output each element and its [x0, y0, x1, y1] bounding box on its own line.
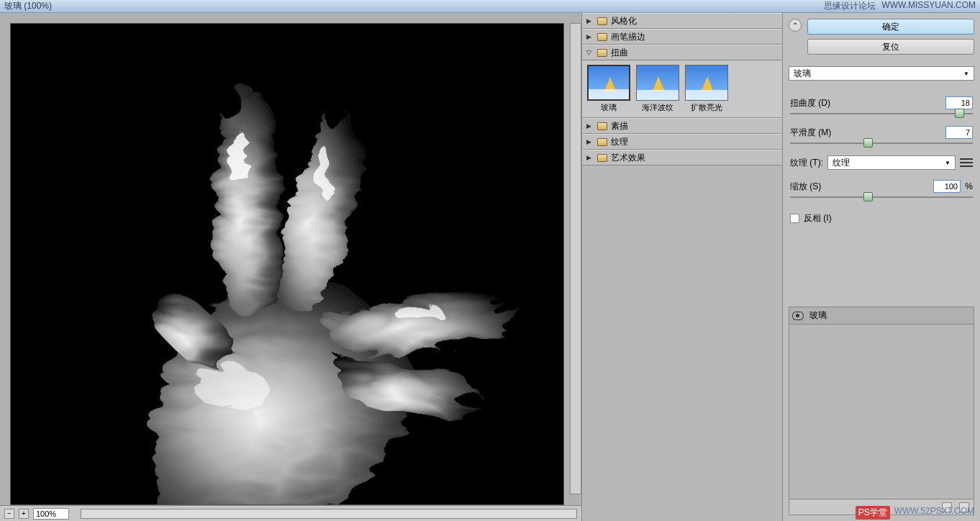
collapse-panel-button[interactable]: ⌃: [789, 19, 802, 32]
effect-layers-panel: 玻璃: [789, 307, 974, 515]
top-button-row: ⌃ 确定 复位: [789, 19, 974, 55]
expand-arrow-icon: ▶: [586, 122, 594, 130]
distortion-slider[interactable]: [790, 112, 973, 116]
slider-thumb[interactable]: [863, 138, 873, 148]
distort-filters-grid: 玻璃 海洋波纹 扩散亮光: [582, 60, 782, 118]
thumb-image: [636, 65, 679, 101]
forum-url: WWW.MISSYUAN.COM: [881, 0, 976, 12]
tree-label: 扭曲: [611, 47, 628, 59]
preview-canvas[interactable]: [10, 23, 564, 505]
thumb-label: 玻璃: [601, 102, 617, 113]
svg-point-6: [488, 295, 517, 312]
filter-select[interactable]: 玻璃: [789, 66, 974, 81]
titlebar: 玻璃 (100%) 思缘设计论坛 WWW.MISSYUAN.COM: [0, 0, 980, 13]
scaling-slider[interactable]: [790, 195, 973, 199]
texture-select[interactable]: 纹理: [827, 155, 956, 170]
scaling-value[interactable]: [933, 180, 961, 193]
expand-arrow-icon: ▶: [586, 138, 594, 145]
scaling-label: 缩放 (S): [790, 181, 821, 193]
forum-name: 思缘设计论坛: [824, 0, 876, 12]
params-panel: 扭曲度 (D) 平滑度 (M): [789, 91, 974, 301]
svg-point-2: [388, 300, 438, 314]
svg-point-1: [312, 142, 327, 193]
expand-arrow-icon: ▶: [586, 17, 594, 24]
zoom-out-button[interactable]: −: [4, 509, 14, 519]
distortion-label: 扭曲度 (D): [790, 97, 830, 109]
visibility-eye-icon[interactable]: [792, 312, 804, 320]
thumb-label: 扩散亮光: [691, 102, 722, 113]
slider-thumb[interactable]: [955, 109, 964, 118]
thumb-image: [685, 65, 728, 101]
folder-icon: [597, 33, 607, 41]
smoothness-slider[interactable]: [790, 141, 973, 145]
reset-label: 复位: [882, 41, 899, 53]
reset-button[interactable]: 复位: [807, 39, 974, 55]
layers-body: [789, 325, 974, 499]
svg-point-7: [453, 389, 479, 404]
texture-label: 纹理 (T):: [790, 157, 823, 169]
tree-label: 纹理: [611, 136, 628, 148]
param-invert: 反相 (I): [790, 212, 973, 225]
texture-menu-icon[interactable]: [960, 158, 973, 167]
zoom-field[interactable]: [33, 508, 69, 520]
filter-select-value: 玻璃: [794, 68, 811, 80]
tree-label: 艺术效果: [611, 152, 645, 164]
preview-hscroll[interactable]: [81, 509, 577, 519]
thumb-image: [587, 65, 630, 101]
invert-checkbox[interactable]: [790, 214, 799, 223]
branding: 思缘设计论坛 WWW.MISSYUAN.COM: [824, 0, 976, 12]
collapse-arrow-icon: ▽: [586, 49, 594, 56]
folder-icon: [597, 122, 607, 130]
svg-point-0: [224, 124, 242, 182]
watermark: PS学堂 WWW.52PSXT.COM: [856, 506, 974, 520]
tree-item-texture[interactable]: ▶ 纹理: [582, 134, 782, 150]
tree-item-sketch[interactable]: ▶ 素描: [582, 118, 782, 134]
invert-label: 反相 (I): [804, 212, 832, 225]
distortion-value[interactable]: [945, 96, 973, 109]
folder-icon: [597, 17, 607, 25]
preview-image: [11, 24, 563, 504]
slider-thumb[interactable]: [863, 192, 873, 201]
svg-point-3: [190, 361, 262, 404]
svg-point-5: [321, 94, 340, 126]
preview-column: − +: [0, 13, 581, 521]
expand-arrow-icon: ▶: [586, 154, 594, 161]
scaling-unit: %: [965, 181, 973, 191]
filter-tree-column: ▶ 风格化 ▶ 画笔描边 ▽ 扭曲 玻璃: [581, 13, 783, 521]
texture-value: 纹理: [832, 157, 850, 169]
preview-bottom-bar: − +: [0, 505, 581, 521]
tree-label: 画笔描边: [611, 31, 645, 43]
window-title: 玻璃 (100%): [4, 0, 52, 12]
param-smoothness: 平滑度 (M): [790, 126, 973, 145]
filter-thumb-glass[interactable]: 玻璃: [586, 65, 631, 113]
tree-item-brushstrokes[interactable]: ▶ 画笔描边: [582, 29, 782, 45]
tree-label: 风格化: [611, 15, 637, 27]
smoothness-value[interactable]: [945, 126, 973, 139]
main-area: − + ▶ 风格化 ▶ 画笔描边 ▽: [0, 13, 980, 521]
folder-icon: [597, 49, 607, 57]
zoom-in-button[interactable]: +: [19, 509, 29, 519]
preview-vscroll[interactable]: [570, 23, 581, 494]
tree-item-distort[interactable]: ▽ 扭曲: [582, 45, 782, 60]
smoothness-label: 平滑度 (M): [790, 127, 831, 139]
options-column: ⌃ 确定 复位 玻璃 扭曲度 (D): [783, 13, 980, 521]
param-texture: 纹理 (T): 纹理: [790, 155, 973, 170]
param-scaling: 缩放 (S) %: [790, 180, 973, 199]
tree-item-stylize[interactable]: ▶ 风格化: [582, 13, 782, 29]
filter-gallery-window: 玻璃 (100%) 思缘设计论坛 WWW.MISSYUAN.COM: [0, 0, 980, 521]
ok-label: 确定: [882, 21, 899, 33]
watermark-badge: PS学堂: [856, 506, 890, 520]
folder-icon: [597, 138, 607, 146]
tree-label: 素描: [611, 120, 628, 132]
svg-point-4: [216, 81, 236, 117]
ok-button[interactable]: 确定: [807, 19, 974, 35]
tree-item-artistic[interactable]: ▶ 艺术效果: [582, 150, 782, 166]
folder-icon: [597, 154, 607, 162]
canvas-wrap: [0, 13, 581, 505]
layer-row[interactable]: 玻璃: [789, 307, 974, 325]
expand-arrow-icon: ▶: [586, 33, 594, 40]
filter-thumb-diffuse-glow[interactable]: 扩散亮光: [684, 65, 729, 113]
filter-thumb-ocean-ripple[interactable]: 海洋波纹: [635, 65, 680, 113]
layer-name: 玻璃: [809, 309, 827, 322]
thumb-label: 海洋波纹: [642, 102, 673, 113]
